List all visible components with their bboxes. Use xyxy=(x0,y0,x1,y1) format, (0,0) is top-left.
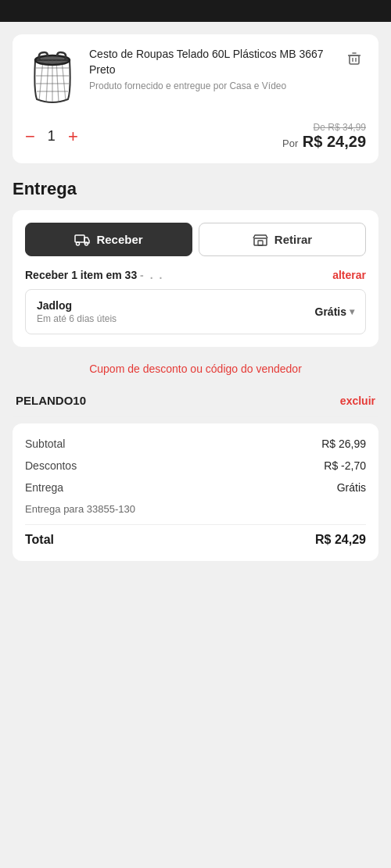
product-image xyxy=(25,47,80,109)
alterar-link[interactable]: alterar xyxy=(332,269,366,281)
summary-descontos-row: Descontos R$ -2,70 xyxy=(25,459,366,472)
delivery-card: Receber Retirar Receber 1 item em 33 - .… xyxy=(13,210,378,347)
coupon-remove-button[interactable]: excluir xyxy=(340,395,375,407)
carrier-price[interactable]: Grátis ▾ xyxy=(315,305,354,318)
price-current: Por R$ 24,29 xyxy=(282,133,366,151)
svg-point-16 xyxy=(77,242,80,245)
total-label: Total xyxy=(25,533,54,547)
price-block: De R$ 34,99 Por R$ 24,29 xyxy=(282,122,366,151)
tab-retirar-label: Retirar xyxy=(274,233,312,246)
descontos-label: Descontos xyxy=(25,459,77,472)
total-value: R$ 24,29 xyxy=(315,533,366,547)
summary-entrega-para-row: Entrega para 33855-130 xyxy=(25,503,366,515)
delivery-info-row: Receber 1 item em 33 - . . alterar xyxy=(25,269,366,281)
carrier-time: Em até 6 dias úteis xyxy=(37,313,117,324)
product-row: Cesto de Roupas Telado 60L Plásticos MB … xyxy=(25,47,366,109)
top-bar xyxy=(0,0,391,22)
price-original: De R$ 34,99 xyxy=(282,122,366,133)
entrega-value: Grátis xyxy=(337,481,366,494)
divider xyxy=(25,524,366,525)
summary-subtotal-row: Subtotal R$ 26,99 xyxy=(25,438,366,450)
quantity-price-row: − 1 + De R$ 34,99 Por R$ 24,29 xyxy=(25,122,366,151)
delivery-option-box: Jadlog Em até 6 dias úteis Grátis ▾ xyxy=(25,289,366,334)
carrier-name: Jadlog xyxy=(37,299,117,312)
svg-rect-15 xyxy=(75,235,84,242)
coupon-row: PELANDO10 excluir xyxy=(13,384,378,417)
price-value: R$ 24,29 xyxy=(303,133,366,150)
quantity-controls: − 1 + xyxy=(25,128,78,145)
delivery-info-text: Receber 1 item em 33 - . . xyxy=(25,269,163,281)
chevron-down-icon: ▾ xyxy=(350,306,354,317)
tab-receber[interactable]: Receber xyxy=(25,223,192,256)
svg-point-17 xyxy=(85,242,88,245)
coupon-link[interactable]: Cupom de desconto ou código do vendedor xyxy=(13,363,378,375)
svg-line-8 xyxy=(56,60,59,102)
trash-icon xyxy=(346,50,363,67)
page-content: Cesto de Roupas Telado 60L Plásticos MB … xyxy=(0,22,391,573)
price-prefix: Por xyxy=(282,138,298,149)
delivery-tabs: Receber Retirar xyxy=(25,223,366,256)
summary-entrega-row: Entrega Grátis xyxy=(25,481,366,494)
svg-rect-19 xyxy=(258,241,263,245)
coupon-code: PELANDO10 xyxy=(16,394,86,407)
tab-receber-label: Receber xyxy=(96,233,142,246)
truck-icon xyxy=(74,234,90,246)
summary-total-row: Total R$ 24,29 xyxy=(25,533,366,547)
store-icon xyxy=(253,234,268,246)
summary-card: Subtotal R$ 26,99 Descontos R$ -2,70 Ent… xyxy=(13,423,378,561)
svg-rect-18 xyxy=(254,238,267,245)
product-info: Cesto de Roupas Telado 60L Plásticos MB … xyxy=(89,47,333,91)
delivery-section-title: Entrega xyxy=(13,179,378,199)
tab-retirar[interactable]: Retirar xyxy=(199,223,366,256)
increase-quantity-button[interactable]: + xyxy=(68,128,78,145)
svg-line-6 xyxy=(46,60,48,102)
product-image-svg xyxy=(29,51,76,105)
descontos-value: R$ -2,70 xyxy=(324,459,366,472)
decrease-quantity-button[interactable]: − xyxy=(25,128,35,145)
subtotal-value: R$ 26,99 xyxy=(321,438,366,450)
svg-rect-11 xyxy=(350,55,359,64)
svg-line-9 xyxy=(62,60,66,101)
product-card: Cesto de Roupas Telado 60L Plásticos MB … xyxy=(13,34,378,163)
entrega-label: Entrega xyxy=(25,481,63,494)
carrier-info: Jadlog Em até 6 dias úteis xyxy=(37,299,117,324)
svg-line-5 xyxy=(39,60,43,101)
entrega-para-label: Entrega para 33855-130 xyxy=(25,503,135,515)
product-name: Cesto de Roupas Telado 60L Plásticos MB … xyxy=(89,47,333,77)
subtotal-label: Subtotal xyxy=(25,438,65,450)
delete-button[interactable] xyxy=(343,47,366,73)
quantity-value: 1 xyxy=(48,128,56,145)
product-supplier: Produto fornecido e entregue por Casa e … xyxy=(89,80,333,91)
